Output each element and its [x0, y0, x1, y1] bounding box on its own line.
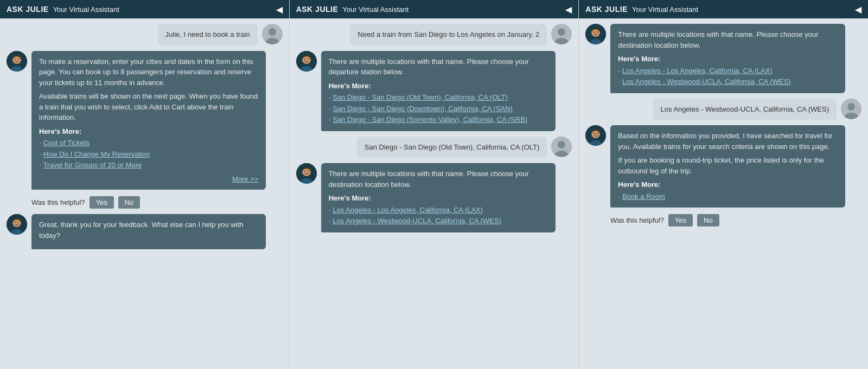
user-avatar: [551, 137, 572, 157]
subtitle-label: Your Virtual Assistant: [342, 5, 409, 14]
panel-1: ASK JULIE Your Virtual Assistant ◀ Julie…: [0, 0, 290, 369]
bot-text: There are multiple locations with that n…: [329, 169, 548, 190]
svg-point-27: [847, 103, 855, 111]
link-item[interactable]: How Do I Change My Reservation: [43, 150, 150, 158]
link-item[interactable]: San Diego - San Diego (Sorrento Valley),…: [333, 115, 527, 124]
brand-label: ASK JULIE: [296, 5, 339, 14]
bot-message-row: Based on the information you provided, I…: [585, 125, 861, 208]
no-button[interactable]: No: [697, 214, 719, 226]
bot-bubble: To make a reservation, enter your cities…: [31, 51, 266, 190]
bot-message-row: There are multiple locations with that n…: [585, 24, 861, 93]
julie-avatar: [585, 24, 606, 44]
bot-text: There are multiple locations with that n…: [329, 56, 548, 77]
panel-2: ASK JULIE Your Virtual Assistant ◀ Need …: [290, 0, 579, 369]
user-bubble: Need a train from San Diego to Los Angel…: [350, 24, 547, 46]
more-link[interactable]: More >>: [39, 174, 258, 185]
heres-more-label: Here's More:: [329, 82, 371, 90]
svg-point-21: [308, 171, 309, 172]
panel-body-3: There are multiple locations with that n…: [579, 18, 868, 369]
bot-text: Based on the information you provided, I…: [618, 131, 837, 152]
bot-bubble: There are multiple locations with that n…: [610, 24, 845, 93]
user-avatar: [262, 24, 283, 44]
subtitle-label: Your Virtual Assistant: [632, 5, 698, 14]
bot-text: There are multiple locations with that n…: [618, 29, 837, 50]
svg-point-11: [558, 28, 565, 36]
helpful-label: Was this helpful?: [31, 198, 85, 206]
bot-text: Great, thank you for your feedback. What…: [39, 219, 258, 241]
julie-avatar: [296, 163, 317, 184]
bot-message-row: To make a reservation, enter your cities…: [7, 51, 283, 190]
heres-more-label: Here's More:: [329, 194, 371, 202]
heres-more-label: Here's More:: [618, 55, 660, 63]
svg-point-1: [269, 28, 276, 36]
panel-header-1: ASK JULIE Your Virtual Assistant ◀: [0, 0, 289, 18]
user-bubble: Julie, I need to book a train: [158, 24, 258, 46]
julie-avatar: [585, 125, 606, 146]
user-avatar: [841, 99, 861, 119]
link-item[interactable]: Travel for Groups of 20 or More: [43, 161, 142, 169]
bot-text: Available trains will be shown on the ne…: [39, 91, 258, 123]
svg-point-20: [304, 171, 305, 172]
panel-header-3: ASK JULIE Your Virtual Assistant ◀: [579, 0, 868, 18]
svg-point-5: [18, 59, 19, 60]
panels-container: ASK JULIE Your Virtual Assistant ◀ Julie…: [0, 0, 868, 369]
svg-point-17: [558, 141, 565, 148]
svg-point-31: [597, 133, 598, 134]
brand-label: ASK JULIE: [585, 5, 628, 14]
bot-message-row: There are multiple locations with that n…: [296, 51, 572, 131]
julie-avatar: [7, 51, 27, 72]
speaker-icon[interactable]: ◀: [565, 4, 572, 15]
user-bubble: Los Angeles - Westwood-UCLA, California,…: [653, 99, 837, 120]
panel-body-1: Julie, I need to book a train To make a …: [0, 18, 289, 369]
svg-point-4: [15, 59, 16, 60]
bot-bubble: There are multiple locations with that n…: [321, 163, 556, 232]
helpful-row: Was this helpful? Yes No: [31, 196, 283, 209]
link-item[interactable]: Cost of Tickets: [43, 139, 90, 147]
bot-text: To make a reservation, enter your cities…: [39, 56, 258, 88]
bot-message-row: There are multiple locations with that n…: [296, 163, 572, 232]
link-item[interactable]: Los Angeles - Westwood-UCLA, California,…: [622, 77, 790, 86]
link-item[interactable]: San Diego - San Diego (Downtown), Califo…: [333, 105, 513, 113]
link-item[interactable]: San Diego - San Diego (Old Town), Califo…: [333, 93, 508, 101]
svg-point-9: [18, 222, 19, 223]
user-message-row: Need a train from San Diego to Los Angel…: [296, 24, 572, 46]
yes-button[interactable]: Yes: [90, 196, 114, 209]
user-message-row: Los Angeles - Westwood-UCLA, California,…: [585, 99, 861, 120]
julie-avatar: [296, 51, 317, 72]
heres-more-label: Here's More:: [39, 127, 81, 135]
svg-point-30: [593, 133, 595, 134]
bot-bubble: There are multiple locations with that n…: [321, 51, 556, 131]
svg-point-8: [15, 222, 16, 223]
bot-message-row: Great, thank you for your feedback. What…: [7, 214, 283, 249]
svg-point-24: [593, 31, 595, 33]
user-message-row: San Diego - San Diego (Old Town), Califo…: [296, 137, 572, 158]
svg-point-25: [597, 31, 598, 33]
julie-avatar: [7, 214, 27, 235]
panel-header-2: ASK JULIE Your Virtual Assistant ◀: [290, 0, 579, 18]
svg-point-15: [308, 59, 309, 60]
helpful-label: Was this helpful?: [610, 216, 664, 224]
user-bubble: San Diego - San Diego (Old Town), Califo…: [357, 137, 547, 158]
heres-more-label: Here's More:: [618, 180, 660, 189]
panel-body-2: Need a train from San Diego to Los Angel…: [290, 18, 579, 369]
bot-text: If you are booking a round-trip ticket, …: [618, 155, 837, 176]
user-message-row: Julie, I need to book a train: [7, 24, 283, 46]
speaker-icon[interactable]: ◀: [855, 4, 861, 15]
panel-3: ASK JULIE Your Virtual Assistant ◀ There…: [579, 0, 868, 369]
yes-button[interactable]: Yes: [668, 214, 693, 226]
bot-bubble: Great, thank you for your feedback. What…: [31, 214, 266, 249]
bot-bubble: Based on the information you provided, I…: [610, 125, 845, 208]
link-item[interactable]: Los Angeles - Los Angeles, California, C…: [622, 67, 773, 75]
helpful-row: Was this helpful? Yes No: [610, 214, 861, 226]
brand-label: ASK JULIE: [7, 5, 49, 14]
link-item[interactable]: Los Angeles - Westwood-UCLA, California,…: [333, 217, 501, 225]
svg-point-14: [304, 59, 305, 60]
no-button[interactable]: No: [118, 196, 141, 209]
link-item[interactable]: Los Angeles - Los Angeles, California, C…: [333, 206, 483, 214]
link-item[interactable]: Book a Room: [622, 192, 665, 200]
speaker-icon[interactable]: ◀: [276, 4, 283, 15]
subtitle-label: Your Virtual Assistant: [53, 5, 119, 14]
user-avatar: [551, 24, 572, 44]
